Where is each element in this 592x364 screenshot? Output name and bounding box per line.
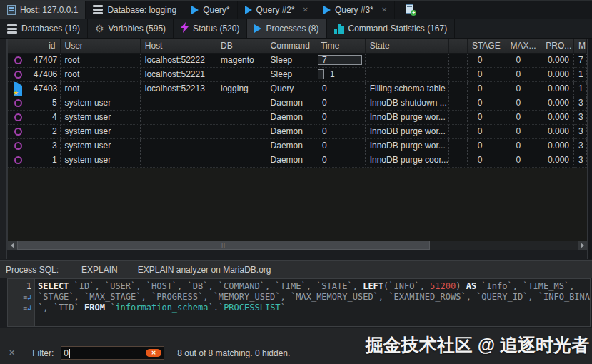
row-5-cell-13: 3 bbox=[574, 125, 587, 139]
gutter-line-0: 1 bbox=[8, 281, 34, 292]
explain-link[interactable]: EXPLAIN bbox=[81, 265, 118, 275]
sleep-process-icon bbox=[14, 99, 22, 107]
main-tab-4[interactable]: Query #3*✕ bbox=[316, 1, 395, 19]
row-4-cell-8 bbox=[449, 111, 458, 125]
scroll-right-button[interactable] bbox=[578, 241, 587, 250]
sub-tab-0[interactable]: Databases (19) bbox=[0, 19, 88, 38]
row-0-cell-6: 7 bbox=[316, 54, 366, 68]
time-value: 0 bbox=[321, 98, 327, 108]
explain-analyzer-link[interactable]: EXPLAIN analyzer on MariaDB.org bbox=[138, 265, 271, 275]
column-header-PRO...[interactable]: PRO... bbox=[541, 39, 574, 54]
row-4-cell-2: system user bbox=[61, 111, 141, 125]
gutter-line-2: ≡↲ bbox=[8, 303, 34, 313]
sub-tab-3[interactable]: Processes (8) bbox=[247, 19, 326, 38]
row-5-cell-11: 0 bbox=[506, 125, 542, 139]
time-value: 1 bbox=[321, 69, 335, 79]
sql-token: ` bbox=[105, 303, 115, 313]
row-3-cell-8 bbox=[449, 96, 458, 111]
table-row[interactable]: 2system userDaemon0InnoDB purge wor...00… bbox=[8, 125, 587, 139]
server-icon bbox=[7, 5, 16, 15]
row-3-cell-5: Daemon bbox=[266, 96, 317, 111]
sql-token: FROM bbox=[84, 303, 105, 313]
close-icon[interactable]: ✕ bbox=[303, 6, 308, 14]
column-header-DB[interactable]: DB bbox=[216, 39, 266, 54]
row-2-cell-8 bbox=[449, 82, 458, 96]
row-0-cell-7 bbox=[366, 54, 449, 68]
table-row[interactable]: 3system userDaemon0InnoDB purge wor...00… bbox=[8, 139, 587, 153]
main-tab-3[interactable]: Query #2*✕ bbox=[238, 1, 316, 19]
grid-scrollbar-right[interactable] bbox=[587, 39, 592, 259]
filter-clear-button[interactable]: ✕ bbox=[146, 349, 161, 357]
table-row[interactable]: 1system userDaemon0InnoDB purge coor...0… bbox=[8, 153, 587, 168]
row-7-cell-6: 0 bbox=[316, 153, 366, 168]
row-3-cell-12: 0.000 bbox=[541, 96, 574, 111]
sql-token: 51200 bbox=[430, 281, 456, 291]
scroll-left-button[interactable] bbox=[8, 241, 17, 250]
row-3-cell-11: 0 bbox=[506, 96, 542, 111]
table-row[interactable]: 47406rootlocalhost:52221Sleep1000.0001 bbox=[8, 68, 587, 82]
editor-code[interactable]: SELECT `ID`, `USER`, `HOST`, `DB`, `COMM… bbox=[35, 279, 590, 326]
column-header-Host[interactable]: Host bbox=[141, 39, 216, 54]
row-0-cell-3: localhost:52222 bbox=[141, 54, 216, 68]
section-tab-bar: Databases (19)⚙Variables (595)Status (52… bbox=[0, 19, 592, 39]
table-row[interactable]: 4system userDaemon0InnoDB purge wor...00… bbox=[8, 111, 587, 125]
sub-tab-1[interactable]: ⚙Variables (595) bbox=[88, 19, 174, 38]
column-header-User[interactable]: User bbox=[61, 39, 141, 54]
column-header-State[interactable]: State bbox=[366, 39, 449, 54]
tab-label: Host: 127.0.0.1 bbox=[20, 5, 78, 15]
sql-token: LEFT bbox=[363, 281, 383, 291]
tab-label: Database: logging bbox=[107, 5, 176, 15]
new-query-tab-icon[interactable]: + bbox=[405, 4, 416, 15]
table-row[interactable]: 47407rootlocalhost:52222magentoSleep7000… bbox=[8, 54, 587, 68]
row-5-cell-9 bbox=[458, 125, 468, 139]
editor-gutter: 1≡↲≡↲ bbox=[8, 279, 35, 326]
sql-token: ) bbox=[456, 281, 466, 291]
sub-tab-2[interactable]: Status (520) bbox=[174, 19, 247, 38]
column-header-Command[interactable]: Command bbox=[266, 39, 317, 54]
clear-filter-icon[interactable]: ✕ bbox=[9, 348, 15, 358]
row-6-cell-2: system user bbox=[61, 139, 141, 153]
sql-token: `Info`, `TIME_MS`, bbox=[476, 281, 574, 291]
row-4-cell-4 bbox=[216, 111, 266, 125]
main-tab-0[interactable]: Host: 127.0.0.1 bbox=[0, 1, 86, 19]
table-row[interactable]: ★47403rootlocalhost:52213loggingQuery0Fi… bbox=[8, 82, 587, 96]
filter-label: Filter: bbox=[32, 348, 54, 358]
close-icon[interactable]: ✕ bbox=[381, 6, 387, 14]
column-header-blank-8[interactable] bbox=[458, 39, 468, 54]
row-1-cell-7 bbox=[366, 68, 449, 82]
plus-icon: + bbox=[411, 10, 416, 16]
main-tab-1[interactable]: Database: logging bbox=[86, 1, 184, 19]
sql-token: PROCESSLIST bbox=[224, 303, 280, 313]
main-tab-2[interactable]: Query* bbox=[184, 1, 237, 19]
column-header-M[interactable]: M bbox=[574, 39, 587, 54]
time-value: 0 bbox=[321, 84, 327, 93]
filter-input[interactable]: 0 ✕ bbox=[61, 346, 164, 360]
sub-tab-4[interactable]: Command-Statistics (167) bbox=[327, 19, 456, 38]
row-7-cell-4 bbox=[216, 153, 266, 168]
column-header-Time[interactable]: Time bbox=[316, 39, 366, 54]
row-2-cell-9 bbox=[458, 82, 468, 96]
row-6-cell-1: 3 bbox=[29, 139, 61, 153]
row-7-cell-7: InnoDB purge coor... bbox=[366, 153, 449, 168]
column-header-STAGE[interactable]: STAGE bbox=[468, 39, 506, 54]
gear-icon: ⚙ bbox=[95, 24, 104, 34]
scrollbar-thumb[interactable]: || bbox=[17, 241, 430, 250]
horizontal-scrollbar[interactable]: || bbox=[8, 241, 587, 250]
row-6-cell-5: Daemon bbox=[266, 139, 317, 153]
tab-label: Query* bbox=[203, 5, 229, 15]
sql-editor[interactable]: 1≡↲≡↲ SELECT `ID`, `USER`, `HOST`, `DB`,… bbox=[7, 278, 591, 327]
wrap-icon: ≡↲ bbox=[23, 304, 31, 312]
row-2-cell-10: 0 bbox=[468, 82, 506, 96]
column-header-blank-7[interactable] bbox=[449, 39, 458, 54]
tab-label: Status (520) bbox=[193, 24, 239, 34]
table-row[interactable]: 5system userDaemon0InnoDB shutdown ...00… bbox=[8, 96, 587, 111]
row-1-cell-5: Sleep bbox=[266, 68, 317, 82]
sleep-process-icon bbox=[14, 56, 22, 64]
wrap-icon: ≡↲ bbox=[23, 293, 31, 301]
column-header-id[interactable]: id bbox=[8, 39, 61, 54]
row-5-cell-0 bbox=[8, 125, 29, 139]
sql-token: `.` bbox=[208, 303, 224, 313]
row-0-cell-8 bbox=[449, 54, 458, 68]
column-header-MAX...[interactable]: MAX... bbox=[506, 39, 542, 54]
row-3-cell-13: 3 bbox=[574, 96, 587, 111]
